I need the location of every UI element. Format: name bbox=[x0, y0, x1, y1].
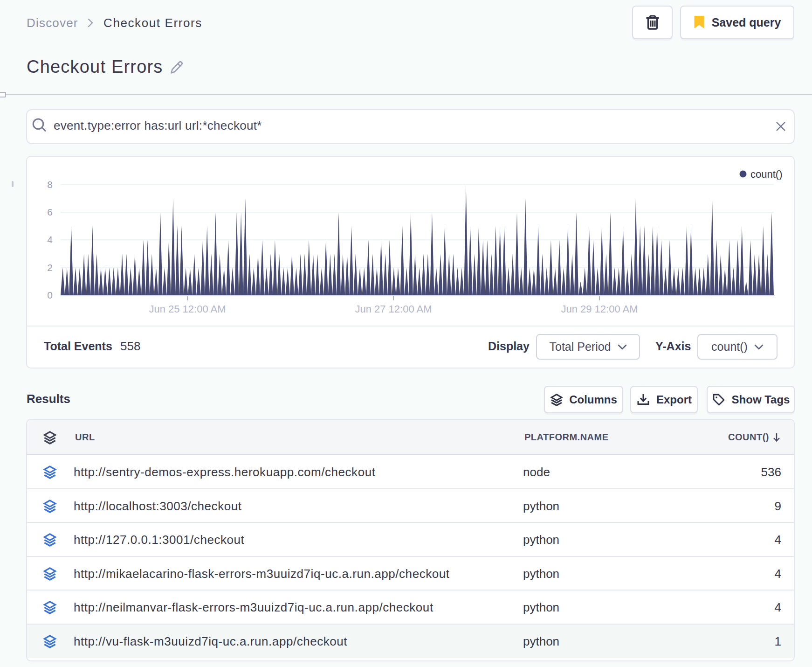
svg-text:0: 0 bbox=[47, 290, 53, 300]
svg-text:Jun 27 12:00 AM: Jun 27 12:00 AM bbox=[355, 303, 432, 315]
svg-text:4: 4 bbox=[47, 234, 53, 245]
svg-text:8: 8 bbox=[47, 179, 53, 190]
svg-text:Jun 25 12:00 AM: Jun 25 12:00 AM bbox=[149, 303, 226, 315]
svg-text:6: 6 bbox=[47, 207, 53, 217]
svg-text:2: 2 bbox=[47, 262, 53, 273]
svg-text:Jun 29 12:00 AM: Jun 29 12:00 AM bbox=[561, 303, 638, 315]
svg-text:count(): count() bbox=[750, 168, 782, 180]
